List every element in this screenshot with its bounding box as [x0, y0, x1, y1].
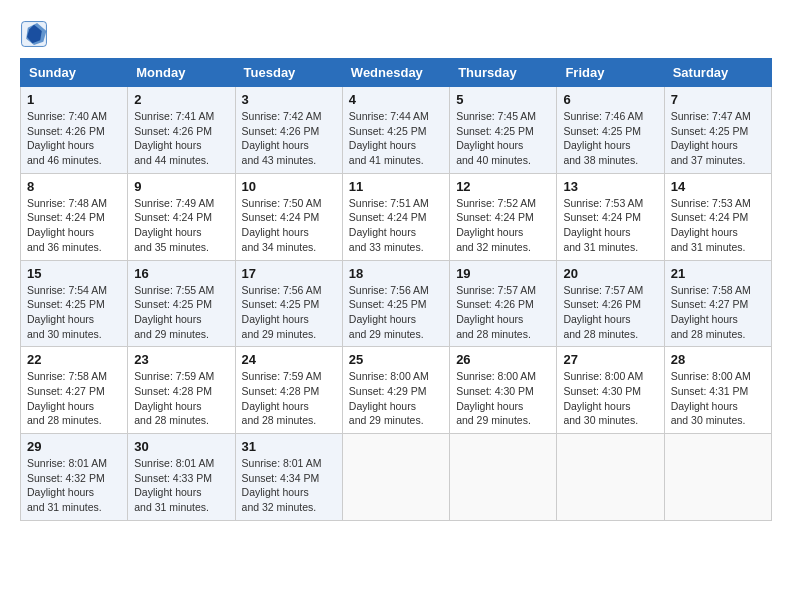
weekday-header-sunday: Sunday	[21, 59, 128, 87]
calendar-cell: 19 Sunrise: 7:57 AM Sunset: 4:26 PM Dayl…	[450, 260, 557, 347]
day-info: Sunrise: 8:01 AM Sunset: 4:32 PM Dayligh…	[27, 456, 121, 515]
day-info: Sunrise: 7:44 AM Sunset: 4:25 PM Dayligh…	[349, 109, 443, 168]
day-number: 21	[671, 266, 765, 281]
calendar-cell	[450, 434, 557, 521]
day-info: Sunrise: 7:58 AM Sunset: 4:27 PM Dayligh…	[671, 283, 765, 342]
day-info: Sunrise: 8:00 AM Sunset: 4:30 PM Dayligh…	[456, 369, 550, 428]
day-number: 15	[27, 266, 121, 281]
calendar-cell: 18 Sunrise: 7:56 AM Sunset: 4:25 PM Dayl…	[342, 260, 449, 347]
day-number: 13	[563, 179, 657, 194]
calendar-week-2: 8 Sunrise: 7:48 AM Sunset: 4:24 PM Dayli…	[21, 173, 772, 260]
day-number: 18	[349, 266, 443, 281]
calendar-body: 1 Sunrise: 7:40 AM Sunset: 4:26 PM Dayli…	[21, 87, 772, 521]
calendar-cell: 11 Sunrise: 7:51 AM Sunset: 4:24 PM Dayl…	[342, 173, 449, 260]
weekday-header-tuesday: Tuesday	[235, 59, 342, 87]
calendar-cell: 15 Sunrise: 7:54 AM Sunset: 4:25 PM Dayl…	[21, 260, 128, 347]
calendar-cell: 10 Sunrise: 7:50 AM Sunset: 4:24 PM Dayl…	[235, 173, 342, 260]
day-info: Sunrise: 7:53 AM Sunset: 4:24 PM Dayligh…	[671, 196, 765, 255]
calendar-cell: 9 Sunrise: 7:49 AM Sunset: 4:24 PM Dayli…	[128, 173, 235, 260]
day-number: 26	[456, 352, 550, 367]
calendar-header: SundayMondayTuesdayWednesdayThursdayFrid…	[21, 59, 772, 87]
day-info: Sunrise: 7:48 AM Sunset: 4:24 PM Dayligh…	[27, 196, 121, 255]
day-info: Sunrise: 7:42 AM Sunset: 4:26 PM Dayligh…	[242, 109, 336, 168]
day-info: Sunrise: 7:40 AM Sunset: 4:26 PM Dayligh…	[27, 109, 121, 168]
logo-icon	[20, 20, 48, 48]
day-info: Sunrise: 7:57 AM Sunset: 4:26 PM Dayligh…	[563, 283, 657, 342]
day-number: 4	[349, 92, 443, 107]
day-number: 8	[27, 179, 121, 194]
calendar-cell: 24 Sunrise: 7:59 AM Sunset: 4:28 PM Dayl…	[235, 347, 342, 434]
day-number: 7	[671, 92, 765, 107]
day-number: 23	[134, 352, 228, 367]
calendar-cell: 21 Sunrise: 7:58 AM Sunset: 4:27 PM Dayl…	[664, 260, 771, 347]
calendar-cell	[557, 434, 664, 521]
calendar-cell	[664, 434, 771, 521]
day-info: Sunrise: 7:56 AM Sunset: 4:25 PM Dayligh…	[242, 283, 336, 342]
weekday-header-wednesday: Wednesday	[342, 59, 449, 87]
weekday-header-row: SundayMondayTuesdayWednesdayThursdayFrid…	[21, 59, 772, 87]
day-info: Sunrise: 7:59 AM Sunset: 4:28 PM Dayligh…	[134, 369, 228, 428]
day-info: Sunrise: 7:55 AM Sunset: 4:25 PM Dayligh…	[134, 283, 228, 342]
day-info: Sunrise: 7:49 AM Sunset: 4:24 PM Dayligh…	[134, 196, 228, 255]
calendar-cell: 25 Sunrise: 8:00 AM Sunset: 4:29 PM Dayl…	[342, 347, 449, 434]
day-number: 25	[349, 352, 443, 367]
day-info: Sunrise: 7:46 AM Sunset: 4:25 PM Dayligh…	[563, 109, 657, 168]
day-info: Sunrise: 8:01 AM Sunset: 4:34 PM Dayligh…	[242, 456, 336, 515]
day-info: Sunrise: 7:47 AM Sunset: 4:25 PM Dayligh…	[671, 109, 765, 168]
weekday-header-saturday: Saturday	[664, 59, 771, 87]
calendar-cell: 4 Sunrise: 7:44 AM Sunset: 4:25 PM Dayli…	[342, 87, 449, 174]
day-number: 1	[27, 92, 121, 107]
day-number: 17	[242, 266, 336, 281]
page-header	[20, 20, 772, 48]
weekday-header-thursday: Thursday	[450, 59, 557, 87]
day-number: 19	[456, 266, 550, 281]
day-info: Sunrise: 7:59 AM Sunset: 4:28 PM Dayligh…	[242, 369, 336, 428]
calendar-week-3: 15 Sunrise: 7:54 AM Sunset: 4:25 PM Dayl…	[21, 260, 772, 347]
day-number: 22	[27, 352, 121, 367]
day-number: 31	[242, 439, 336, 454]
calendar-cell: 31 Sunrise: 8:01 AM Sunset: 4:34 PM Dayl…	[235, 434, 342, 521]
day-number: 30	[134, 439, 228, 454]
day-number: 16	[134, 266, 228, 281]
calendar-cell: 22 Sunrise: 7:58 AM Sunset: 4:27 PM Dayl…	[21, 347, 128, 434]
day-number: 10	[242, 179, 336, 194]
day-info: Sunrise: 7:54 AM Sunset: 4:25 PM Dayligh…	[27, 283, 121, 342]
calendar-cell: 6 Sunrise: 7:46 AM Sunset: 4:25 PM Dayli…	[557, 87, 664, 174]
calendar-cell: 17 Sunrise: 7:56 AM Sunset: 4:25 PM Dayl…	[235, 260, 342, 347]
day-number: 20	[563, 266, 657, 281]
day-number: 12	[456, 179, 550, 194]
logo	[20, 20, 52, 48]
calendar-week-4: 22 Sunrise: 7:58 AM Sunset: 4:27 PM Dayl…	[21, 347, 772, 434]
day-number: 5	[456, 92, 550, 107]
day-info: Sunrise: 7:57 AM Sunset: 4:26 PM Dayligh…	[456, 283, 550, 342]
day-number: 11	[349, 179, 443, 194]
calendar-table: SundayMondayTuesdayWednesdayThursdayFrid…	[20, 58, 772, 521]
day-info: Sunrise: 7:58 AM Sunset: 4:27 PM Dayligh…	[27, 369, 121, 428]
day-number: 9	[134, 179, 228, 194]
day-number: 27	[563, 352, 657, 367]
day-info: Sunrise: 8:01 AM Sunset: 4:33 PM Dayligh…	[134, 456, 228, 515]
calendar-cell: 5 Sunrise: 7:45 AM Sunset: 4:25 PM Dayli…	[450, 87, 557, 174]
calendar-week-5: 29 Sunrise: 8:01 AM Sunset: 4:32 PM Dayl…	[21, 434, 772, 521]
calendar-cell: 30 Sunrise: 8:01 AM Sunset: 4:33 PM Dayl…	[128, 434, 235, 521]
day-number: 14	[671, 179, 765, 194]
calendar-cell: 26 Sunrise: 8:00 AM Sunset: 4:30 PM Dayl…	[450, 347, 557, 434]
day-number: 6	[563, 92, 657, 107]
day-info: Sunrise: 7:53 AM Sunset: 4:24 PM Dayligh…	[563, 196, 657, 255]
day-info: Sunrise: 8:00 AM Sunset: 4:30 PM Dayligh…	[563, 369, 657, 428]
calendar-week-1: 1 Sunrise: 7:40 AM Sunset: 4:26 PM Dayli…	[21, 87, 772, 174]
calendar-cell: 28 Sunrise: 8:00 AM Sunset: 4:31 PM Dayl…	[664, 347, 771, 434]
day-info: Sunrise: 7:51 AM Sunset: 4:24 PM Dayligh…	[349, 196, 443, 255]
day-number: 24	[242, 352, 336, 367]
calendar-cell: 7 Sunrise: 7:47 AM Sunset: 4:25 PM Dayli…	[664, 87, 771, 174]
calendar-cell: 29 Sunrise: 8:01 AM Sunset: 4:32 PM Dayl…	[21, 434, 128, 521]
day-info: Sunrise: 8:00 AM Sunset: 4:31 PM Dayligh…	[671, 369, 765, 428]
day-info: Sunrise: 8:00 AM Sunset: 4:29 PM Dayligh…	[349, 369, 443, 428]
day-info: Sunrise: 7:45 AM Sunset: 4:25 PM Dayligh…	[456, 109, 550, 168]
day-number: 29	[27, 439, 121, 454]
calendar-cell: 20 Sunrise: 7:57 AM Sunset: 4:26 PM Dayl…	[557, 260, 664, 347]
calendar-cell: 12 Sunrise: 7:52 AM Sunset: 4:24 PM Dayl…	[450, 173, 557, 260]
day-info: Sunrise: 7:52 AM Sunset: 4:24 PM Dayligh…	[456, 196, 550, 255]
calendar-cell: 3 Sunrise: 7:42 AM Sunset: 4:26 PM Dayli…	[235, 87, 342, 174]
calendar-cell: 2 Sunrise: 7:41 AM Sunset: 4:26 PM Dayli…	[128, 87, 235, 174]
